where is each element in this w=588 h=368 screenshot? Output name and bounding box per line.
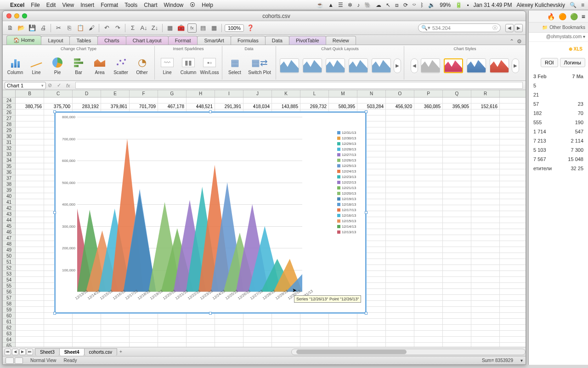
bookmarks-label[interactable]: Other Bookmarks <box>549 25 585 30</box>
row-header[interactable]: 44 <box>3 217 15 223</box>
horizontal-scrollbar[interactable] <box>291 349 526 355</box>
name-box[interactable]: Chart 1▾ <box>5 82 46 89</box>
menubar-extra-icon[interactable]: ↖ <box>386 2 390 8</box>
chart-scatter-button[interactable]: Scatter <box>111 55 130 76</box>
spotlight-icon[interactable]: 🔍 <box>570 2 577 8</box>
grid-row[interactable] <box>16 319 526 325</box>
legend-item[interactable]: 12/21/13 <box>337 186 363 190</box>
row-header[interactable]: 48 <box>3 241 15 247</box>
menubar-extra-icon[interactable]: ✲ <box>348 2 352 8</box>
tab-review[interactable]: Review <box>326 36 356 45</box>
normal-view-button[interactable] <box>6 357 14 364</box>
add-sheet-button[interactable]: + <box>117 348 125 355</box>
column-header[interactable]: I <box>215 90 243 97</box>
row-header[interactable]: 30 <box>3 133 15 139</box>
tab-charts[interactable]: Charts <box>97 36 126 45</box>
sparkline-line-button[interactable]: 〰Line <box>158 55 177 76</box>
help-icon[interactable]: ❓ <box>246 23 255 33</box>
quick-layout-5[interactable] <box>372 58 391 73</box>
row-header[interactable]: 60 <box>3 313 15 319</box>
cloud-icon[interactable]: ☁ <box>376 2 381 8</box>
sparkline-column-button[interactable]: ▮▮Column <box>179 55 198 76</box>
row-header[interactable]: 37 <box>3 175 15 181</box>
accept-formula-icon[interactable]: ✓ <box>57 82 64 88</box>
select-data-button[interactable]: ▦Select <box>225 55 244 76</box>
print-icon[interactable]: 🖨 <box>39 23 48 33</box>
legend-item[interactable]: 12/30/13 <box>337 136 363 140</box>
chart-legend[interactable]: 12/31/1312/30/1312/29/1312/28/1312/27/13… <box>337 131 363 236</box>
browser-url-fragment[interactable]: @ohmystats.com ▾ <box>529 33 588 42</box>
adblock-icon[interactable]: 🔥 <box>547 13 555 20</box>
grid-row[interactable]: 380,756375,700283,192379,861701,709467,1… <box>16 104 526 109</box>
format-painter-icon[interactable]: 🖌 <box>87 23 96 33</box>
row-header[interactable]: 65 <box>3 343 15 347</box>
tab-chart-layout[interactable]: Chart Layout <box>126 36 169 45</box>
ribbon-settings-icon[interactable]: ⚙ <box>517 38 522 45</box>
zoom-selector[interactable]: 100% <box>225 24 244 32</box>
row-header[interactable]: 50 <box>3 253 15 259</box>
minimize-button[interactable] <box>14 13 19 18</box>
quick-layout-4[interactable] <box>349 58 368 73</box>
row-header[interactable]: 63 <box>3 331 15 337</box>
sheet-tab[interactable]: cohorts.csv <box>84 348 118 356</box>
toolbox-icon[interactable]: 🧰 <box>176 23 186 33</box>
legend-item[interactable]: 12/19/13 <box>337 197 363 201</box>
chart-style-1[interactable] <box>421 58 440 73</box>
menubar-extra-icon[interactable]: ▲ <box>328 2 334 8</box>
browser-tab-logins[interactable]: Логины <box>560 58 585 67</box>
column-header[interactable]: H <box>187 90 215 97</box>
row-header[interactable]: 31 <box>3 139 15 145</box>
column-header[interactable]: F <box>130 90 158 97</box>
browser-tab-roi[interactable]: ROI <box>541 58 558 67</box>
menubar-extra-icon[interactable]: ☰ <box>338 2 343 8</box>
row-header[interactable]: 57 <box>3 295 15 301</box>
legend-item[interactable]: 12/25/13 <box>337 164 363 168</box>
column-header[interactable]: D <box>73 90 101 97</box>
chart-bar-button[interactable]: Bar <box>69 55 88 76</box>
column-header[interactable]: N <box>357 90 386 97</box>
sheet-nav-prev[interactable]: ◀ <box>12 349 18 355</box>
menubar-user[interactable]: Alexey Kulichevskiy <box>517 2 565 8</box>
row-header[interactable]: 33 <box>3 151 15 157</box>
row-header[interactable]: 61 <box>3 319 15 325</box>
row-header[interactable]: 52 <box>3 265 15 271</box>
wifi-icon[interactable]: ⌔ <box>413 2 416 8</box>
grid-row[interactable] <box>16 337 526 343</box>
show-icon[interactable]: ▤ <box>198 23 208 33</box>
chart-plot-area[interactable] <box>77 117 302 292</box>
tab-pivottable[interactable]: PivotTable <box>289 36 326 45</box>
sync-icon[interactable]: ⟳ <box>403 2 408 8</box>
copy-icon[interactable]: ⎘ <box>65 23 74 33</box>
legend-item[interactable]: 12/24/13 <box>337 169 363 173</box>
extension-icon[interactable]: 🟠 <box>559 13 566 20</box>
column-headers[interactable]: BCDEFGHIJKLMNOPQR <box>16 90 526 98</box>
quick-layout-3[interactable] <box>326 58 345 73</box>
flag-icon[interactable]: ▪ <box>467 2 469 8</box>
row-header[interactable]: 45 <box>3 223 15 229</box>
dropbox-icon[interactable]: ⧈ <box>395 2 399 8</box>
row-header[interactable]: 42 <box>3 205 15 211</box>
row-header[interactable]: 38 <box>3 181 15 187</box>
row-header[interactable]: 32 <box>3 145 15 151</box>
page-layout-view-button[interactable] <box>15 357 23 364</box>
sheet-tab[interactable]: Sheet4 <box>59 348 85 356</box>
column-header[interactable]: B <box>16 90 44 97</box>
tab-data[interactable]: Data <box>265 36 289 45</box>
menu-tools[interactable]: Tools <box>124 2 137 8</box>
chart-styles-next[interactable]: ▶ <box>512 58 519 73</box>
menubar-datetime[interactable]: Jan 31 4:49 PM <box>474 2 512 8</box>
column-header[interactable]: P <box>414 90 443 97</box>
volume-icon[interactable]: 🔉 <box>428 2 435 8</box>
legend-item[interactable]: 12/31/13 <box>337 131 363 135</box>
sheet-nav-first[interactable]: ⏮ <box>5 349 11 355</box>
menu-window[interactable]: Window <box>164 2 184 8</box>
legend-item[interactable]: 12/27/13 <box>337 153 363 157</box>
cancel-formula-icon[interactable]: ⊘ <box>48 82 55 88</box>
quick-layouts-more[interactable]: ▶ <box>394 58 401 73</box>
gallery-icon[interactable]: ▦ <box>165 23 175 33</box>
nav-prev-button[interactable]: ◀ <box>505 24 514 32</box>
chart-area-button[interactable]: Area <box>90 55 109 76</box>
row-header[interactable]: 34 <box>3 157 15 163</box>
bluetooth-icon[interactable]: ᛒ <box>420 2 424 8</box>
legend-item[interactable]: 12/20/13 <box>337 191 363 196</box>
